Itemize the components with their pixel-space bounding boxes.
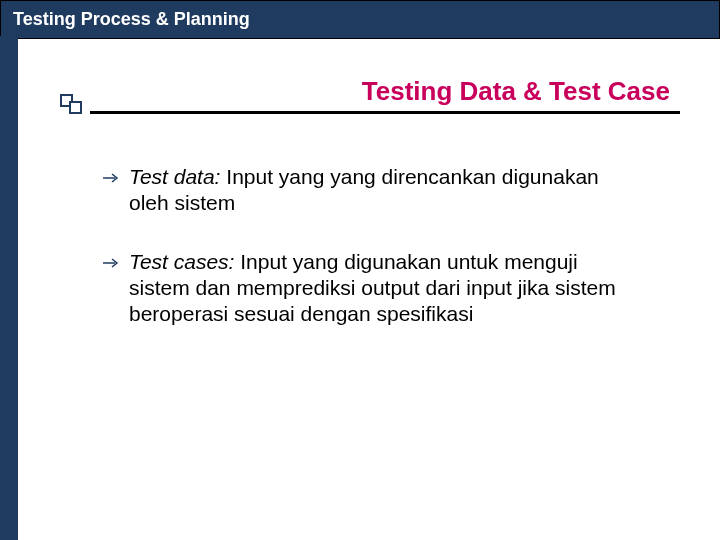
squares-icon xyxy=(60,94,90,118)
bullet-list: Test data: Input yang yang direncankan d… xyxy=(48,164,690,327)
slide-header: Testing Process & Planning xyxy=(0,0,720,39)
header-title: Testing Process & Planning xyxy=(13,9,250,29)
section-title: Testing Data & Test Case xyxy=(48,76,690,111)
bullet-text: Test data: Input yang yang direncankan d… xyxy=(129,164,640,217)
arrow-right-icon xyxy=(103,170,125,217)
slide-content: Testing Data & Test Case Test data: Inpu… xyxy=(18,36,720,540)
bullet-text: Test cases: Input yang digunakan untuk m… xyxy=(129,249,640,328)
left-rail xyxy=(0,36,18,540)
list-item: Test cases: Input yang digunakan untuk m… xyxy=(103,249,640,328)
bullet-term: Test data: xyxy=(129,165,220,188)
arrow-right-icon xyxy=(103,255,125,328)
bullet-term: Test cases: xyxy=(129,250,234,273)
list-item: Test data: Input yang yang direncankan d… xyxy=(103,164,640,217)
section-title-row: Testing Data & Test Case xyxy=(48,76,690,114)
title-underline xyxy=(90,111,680,114)
